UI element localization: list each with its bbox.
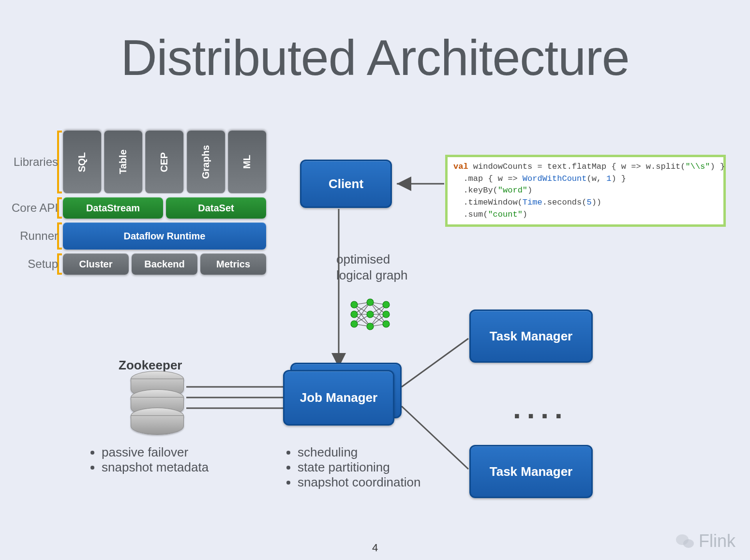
node-task-manager-2: Task Manager xyxy=(469,445,593,498)
page-number: 4 xyxy=(0,542,750,554)
tile-cep: CEP xyxy=(145,131,183,193)
note-line: logical graph xyxy=(336,268,407,282)
code-text: .seconds( xyxy=(542,198,587,207)
code-text: ) } xyxy=(710,162,725,171)
tile-ml: ML xyxy=(228,131,266,193)
bullet-item: state partitioning xyxy=(298,460,420,475)
tile-cluster: Cluster xyxy=(63,253,129,275)
svg-point-23 xyxy=(367,323,374,330)
node-job-manager: Job Manager xyxy=(283,370,394,426)
jobmanager-bullets: scheduling state partitioning snapshot c… xyxy=(283,445,420,490)
note-optimised-graph: optimised logical graph xyxy=(336,251,407,283)
architecture-stack: Libraries SQL Table CEP Graphs ML Core A… xyxy=(63,131,266,279)
code-text: ) xyxy=(527,186,532,195)
stack-label-core-api: Core API xyxy=(0,201,58,215)
stack-label-libraries: Libraries xyxy=(0,155,58,169)
code-text: )) xyxy=(592,198,601,207)
tile-dataflow-runtime: Dataflow Runtime xyxy=(63,222,266,250)
svg-point-26 xyxy=(383,321,390,327)
zookeeper-db-icon xyxy=(131,380,184,435)
code-snippet-box: val windowCounts = text.flatMap { w => w… xyxy=(445,155,726,227)
code-string: "count" xyxy=(488,210,522,219)
code-text: ) } xyxy=(611,174,626,183)
svg-line-32 xyxy=(402,339,468,387)
tile-metrics: Metrics xyxy=(200,253,266,275)
stack-row-core-api: Core API DataStream DataSet xyxy=(63,197,266,219)
svg-point-25 xyxy=(383,311,390,318)
watermark: Flink xyxy=(675,531,735,551)
code-number: 5 xyxy=(586,198,591,207)
code-text: .keyBy( xyxy=(453,186,498,195)
tile-sql: SQL xyxy=(63,131,101,193)
svg-point-18 xyxy=(351,301,358,308)
bullet-item: scheduling xyxy=(298,445,420,460)
node-task-manager-1: Task Manager xyxy=(469,309,593,363)
tile-backend: Backend xyxy=(132,253,197,275)
tile-table: Table xyxy=(104,131,142,193)
svg-point-24 xyxy=(383,301,390,308)
stack-label-runner: Runner xyxy=(0,229,58,243)
watermark-text: Flink xyxy=(699,531,735,551)
svg-point-35 xyxy=(683,539,694,548)
code-type: WordWithCount xyxy=(523,174,587,183)
code-keyword: val xyxy=(453,162,468,171)
zookeeper-bullets: passive failover snapshot metadata xyxy=(87,445,209,475)
tile-graphs: Graphs xyxy=(187,131,225,193)
tile-datastream: DataStream xyxy=(63,197,163,219)
code-text: .sum( xyxy=(453,210,488,219)
code-text: .timeWindow( xyxy=(453,198,523,207)
ellipsis-icon: .... xyxy=(513,392,569,425)
code-string: "\\s" xyxy=(685,162,710,171)
zookeeper-title: Zookeeper xyxy=(119,358,182,373)
code-text: .map { w => xyxy=(453,174,523,183)
bullet-item: snapshot metadata xyxy=(102,460,209,475)
bullet-item: snapshot coordination xyxy=(298,475,420,490)
code-text: (w, xyxy=(586,174,606,183)
wechat-icon xyxy=(675,533,695,549)
network-graph-icon xyxy=(348,295,397,334)
slide-title: Distributed Architecture xyxy=(0,29,750,87)
stack-label-setup: Setup xyxy=(0,257,58,271)
code-text: ) xyxy=(523,210,527,219)
svg-point-20 xyxy=(351,321,358,327)
bullet-item: passive failover xyxy=(102,445,209,460)
tile-dataset: DataSet xyxy=(166,197,266,219)
stack-row-setup: Setup Cluster Backend Metrics xyxy=(63,253,266,275)
node-client: Client xyxy=(300,160,392,208)
svg-point-22 xyxy=(367,311,374,318)
stack-row-libraries: Libraries SQL Table CEP Graphs ML xyxy=(63,131,266,193)
stack-row-runner: Runner Dataflow Runtime xyxy=(63,222,266,250)
svg-point-19 xyxy=(351,311,358,318)
note-line: optimised xyxy=(336,252,390,266)
code-number: 1 xyxy=(606,174,611,183)
code-type: Time xyxy=(523,198,542,207)
code-text: windowCounts = text.flatMap { w => w.spl… xyxy=(468,162,686,171)
svg-point-21 xyxy=(367,299,374,306)
code-string: "word" xyxy=(498,186,527,195)
